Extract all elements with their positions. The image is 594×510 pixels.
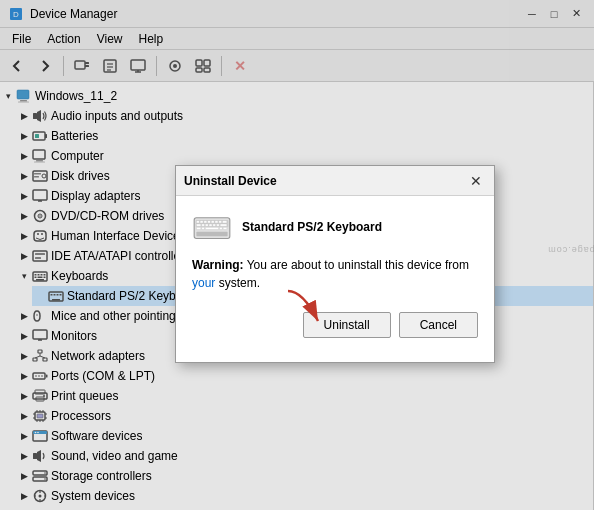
- svg-rect-123: [216, 224, 219, 226]
- your-word: your: [192, 276, 215, 290]
- svg-rect-116: [219, 221, 222, 223]
- uninstall-dialog: Uninstall Device ✕: [175, 165, 495, 363]
- dialog-device-row: Standard PS/2 Keyboard: [192, 212, 478, 242]
- svg-rect-117: [222, 221, 226, 223]
- dialog-title-bar: Uninstall Device ✕: [176, 166, 494, 196]
- svg-rect-130: [196, 232, 227, 236]
- dialog-close-button[interactable]: ✕: [466, 171, 486, 191]
- svg-rect-122: [213, 224, 216, 226]
- svg-rect-121: [209, 224, 212, 226]
- svg-rect-112: [204, 221, 207, 223]
- svg-rect-126: [202, 227, 205, 229]
- dialog-overlay: Uninstall Device ✕: [0, 0, 594, 510]
- svg-rect-124: [220, 224, 227, 226]
- dialog-buttons: Uninstall Cancel: [192, 312, 478, 346]
- warning-text: You are about to uninstall this device f…: [247, 258, 469, 272]
- svg-rect-115: [215, 221, 218, 223]
- svg-rect-127: [205, 227, 218, 229]
- svg-rect-118: [196, 224, 200, 226]
- dialog-body: Standard PS/2 Keyboard Warning: You are …: [176, 196, 494, 362]
- dialog-warning: Warning: You are about to uninstall this…: [192, 256, 478, 292]
- svg-rect-120: [205, 224, 208, 226]
- svg-rect-114: [211, 221, 214, 223]
- uninstall-button[interactable]: Uninstall: [303, 312, 391, 338]
- svg-rect-119: [202, 224, 205, 226]
- svg-rect-113: [208, 221, 211, 223]
- svg-rect-111: [200, 221, 203, 223]
- warning-suffix: system.: [219, 276, 260, 290]
- dialog-title: Uninstall Device: [184, 174, 466, 188]
- cancel-button[interactable]: Cancel: [399, 312, 478, 338]
- dialog-device-icon: [192, 212, 232, 242]
- svg-rect-125: [196, 227, 200, 229]
- svg-rect-129: [223, 227, 227, 229]
- svg-rect-110: [196, 221, 199, 223]
- warning-prefix: Warning:: [192, 258, 244, 272]
- svg-rect-128: [219, 227, 222, 229]
- dialog-device-name: Standard PS/2 Keyboard: [242, 220, 382, 234]
